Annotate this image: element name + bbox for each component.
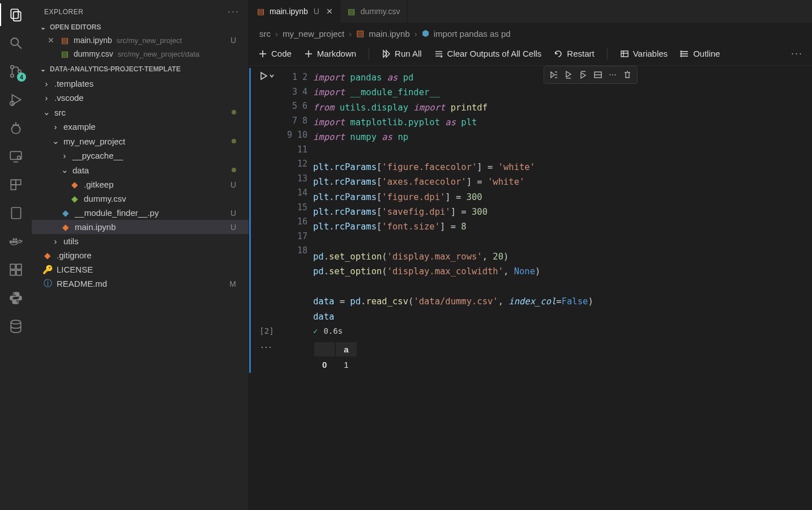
svg-rect-19 bbox=[13, 239, 15, 240]
svg-marker-46 bbox=[551, 72, 554, 78]
file-icon: ⓘ bbox=[43, 279, 52, 288]
toolbar-more-icon[interactable]: ··· bbox=[791, 48, 803, 60]
tree-label: __module_finder__.py bbox=[75, 208, 159, 218]
execute-below-icon[interactable] bbox=[577, 69, 589, 81]
svg-marker-57 bbox=[261, 73, 267, 79]
database-icon[interactable] bbox=[7, 317, 25, 335]
python-icon: ⬢ bbox=[422, 28, 429, 39]
folder-row[interactable]: ›utils bbox=[32, 234, 249, 248]
run-debug-icon[interactable] bbox=[7, 91, 25, 109]
folder-row[interactable]: ⌄src bbox=[32, 105, 249, 120]
svg-rect-12 bbox=[16, 180, 21, 185]
notebook-file-icon: ▤ bbox=[356, 28, 364, 39]
close-icon[interactable]: ✕ bbox=[48, 36, 55, 45]
file-row[interactable]: ◆.gitkeepU bbox=[32, 177, 249, 192]
folder-row[interactable]: ›__pycache__ bbox=[32, 148, 249, 163]
column-header: a bbox=[336, 342, 356, 356]
breadcrumb-segment[interactable]: my_new_project bbox=[283, 29, 344, 39]
output-more-icon[interactable]: ··· bbox=[251, 341, 283, 353]
extensions-icon[interactable] bbox=[7, 261, 25, 279]
breadcrumb-segment[interactable]: import pandas as pd bbox=[434, 29, 511, 39]
split-cell-icon[interactable] bbox=[592, 69, 604, 81]
breadcrumb[interactable]: src › my_new_project › ▤ main.ipynb › ⬢ … bbox=[249, 23, 812, 44]
explorer-title: EXPLORER bbox=[44, 8, 83, 16]
svg-rect-14 bbox=[11, 207, 20, 219]
toolbar-divider bbox=[607, 48, 608, 60]
line-number-gutter: 1 2 3 4 5 6 7 8 9 10 11 12 13 14 15 16 1… bbox=[283, 68, 313, 326]
editor-tabs: ▤main.ipynbU✕▤dummy.csv bbox=[249, 0, 812, 23]
explorer-more-icon[interactable]: ··· bbox=[228, 6, 240, 18]
add-markdown-cell-button[interactable]: Markdown bbox=[304, 49, 356, 58]
tree-label: README.md bbox=[57, 279, 107, 288]
file-icon: ▤ bbox=[256, 7, 265, 16]
svg-rect-23 bbox=[10, 270, 15, 275]
python-icon[interactable] bbox=[7, 289, 25, 307]
extensions-stack-icon[interactable] bbox=[7, 176, 25, 194]
code-cell[interactable]: 1 2 3 4 5 6 7 8 9 10 11 12 13 14 15 16 1… bbox=[249, 68, 812, 326]
run-by-line-icon[interactable] bbox=[548, 69, 560, 81]
git-status: U bbox=[230, 209, 244, 218]
editor-main: ▤main.ipynbU✕▤dummy.csv src › my_new_pro… bbox=[249, 0, 812, 510]
more-cell-actions-icon[interactable]: ··· bbox=[606, 69, 619, 81]
variables-button[interactable]: Variables bbox=[620, 49, 668, 58]
breadcrumb-segment[interactable]: src bbox=[259, 29, 271, 39]
git-status: U bbox=[230, 36, 244, 45]
folder-row[interactable]: ›example bbox=[32, 120, 249, 134]
chevron-right-icon: › bbox=[275, 29, 278, 39]
execute-above-icon[interactable] bbox=[562, 69, 575, 81]
testing-icon[interactable] bbox=[7, 119, 25, 137]
file-row[interactable]: ◆.gitignore bbox=[32, 248, 249, 262]
chevron-right-icon: › bbox=[414, 29, 417, 39]
folder-row[interactable]: ›.vscode bbox=[32, 91, 249, 105]
remote-explorer-icon[interactable] bbox=[7, 147, 25, 165]
search-icon[interactable] bbox=[7, 34, 25, 52]
close-icon[interactable]: ✕ bbox=[326, 7, 333, 16]
clear-outputs-button[interactable]: Clear Outputs of All Cells bbox=[434, 49, 542, 58]
git-status: U bbox=[314, 7, 319, 16]
outline-button[interactable]: Outline bbox=[680, 49, 720, 58]
delete-cell-icon[interactable] bbox=[621, 69, 634, 81]
git-status: M bbox=[229, 279, 244, 288]
svg-point-25 bbox=[11, 320, 20, 324]
file-icon: 🔑 bbox=[43, 265, 52, 274]
svg-marker-7 bbox=[12, 95, 21, 104]
svg-marker-53 bbox=[581, 73, 586, 78]
file-row[interactable]: 🔑LICENSE bbox=[32, 262, 249, 277]
editor-tab[interactable]: ▤main.ipynbU✕ bbox=[249, 0, 340, 23]
run-all-button[interactable]: Run All bbox=[382, 49, 422, 58]
project-section[interactable]: ⌄ DATA-ANALYTICS-PROJECT-TEMPLATE bbox=[32, 63, 249, 75]
restart-button[interactable]: Restart bbox=[554, 49, 594, 58]
chevron-down-icon: ⌄ bbox=[52, 136, 59, 146]
open-editors-section[interactable]: ⌄ OPEN EDITORS bbox=[32, 21, 249, 33]
run-cell-button[interactable] bbox=[259, 71, 275, 80]
chevron-down-icon: ⌄ bbox=[40, 23, 46, 31]
folder-row[interactable]: ›.templates bbox=[32, 76, 249, 91]
open-editor-row[interactable]: ▤dummy.csvsrc/my_new_project/data bbox=[32, 47, 249, 61]
file-icon: ▤ bbox=[347, 7, 356, 16]
execution-count: [2] bbox=[251, 326, 283, 335]
open-editor-row[interactable]: ✕▤main.ipynbsrc/my_new_projectU bbox=[32, 33, 249, 47]
file-path: src/my_new_project/data bbox=[118, 50, 200, 58]
breadcrumb-segment[interactable]: main.ipynb bbox=[369, 29, 410, 39]
explorer-icon[interactable] bbox=[7, 6, 25, 24]
add-code-cell-button[interactable]: Code bbox=[258, 49, 292, 58]
file-row[interactable]: ◆__module_finder__.pyU bbox=[32, 206, 249, 220]
editor-tab[interactable]: ▤dummy.csv bbox=[340, 0, 408, 23]
docker-icon[interactable] bbox=[7, 232, 25, 250]
svg-rect-22 bbox=[16, 264, 22, 269]
file-row[interactable]: ⓘREADME.mdM bbox=[32, 277, 249, 291]
source-control-icon[interactable]: 4 bbox=[7, 62, 25, 80]
svg-rect-0 bbox=[11, 9, 18, 18]
file-name: dummy.csv bbox=[74, 49, 113, 58]
svg-point-5 bbox=[11, 74, 14, 77]
code-content[interactable]: import pandas as pd import __module_find… bbox=[313, 68, 812, 326]
svg-point-44 bbox=[681, 53, 682, 54]
file-row[interactable]: ◆dummy.csv bbox=[32, 192, 249, 206]
execution-time: 0.6s bbox=[323, 326, 343, 335]
git-status: U bbox=[230, 223, 244, 232]
notebook-icon[interactable] bbox=[7, 204, 25, 222]
file-row[interactable]: ◆main.ipynbU bbox=[32, 220, 249, 234]
folder-row[interactable]: ⌄my_new_project bbox=[32, 134, 249, 148]
folder-row[interactable]: ⌄data bbox=[32, 163, 249, 177]
chevron-down-icon: ⌄ bbox=[61, 165, 68, 175]
